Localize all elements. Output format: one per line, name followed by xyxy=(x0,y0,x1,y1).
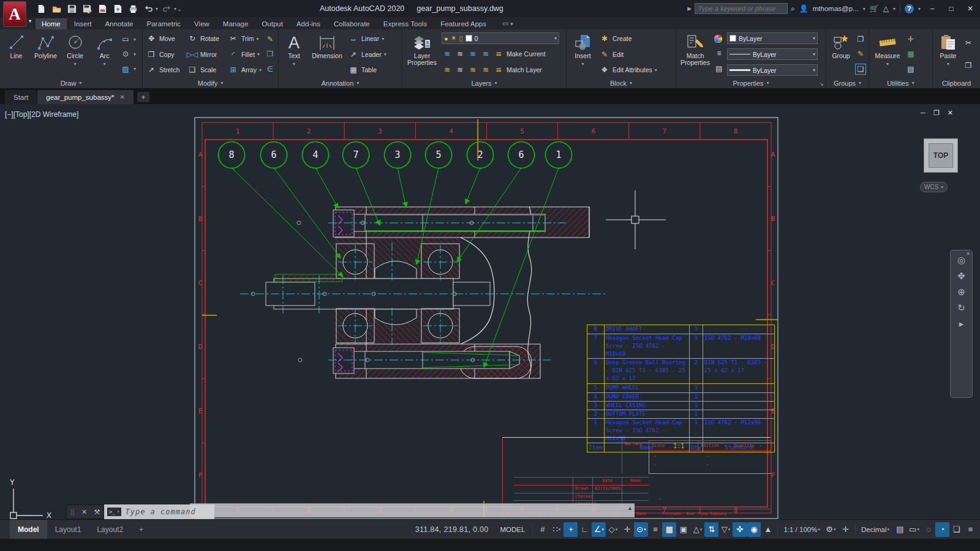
layout-tab-layout2[interactable]: Layout2 xyxy=(89,520,131,539)
edit-attributes-button[interactable]: ❖Edit Attributes▾ xyxy=(599,64,670,76)
mirror-button[interactable]: ▷◁Mirror xyxy=(187,48,225,61)
redo-button[interactable] xyxy=(160,2,173,15)
quick-select-icon[interactable]: ✛ xyxy=(905,34,916,45)
redo-button-caret-icon[interactable]: ▾ xyxy=(174,6,176,12)
paste-button[interactable]: Paste▾ xyxy=(935,31,962,78)
undo-button-caret-icon[interactable]: ▾ xyxy=(156,6,158,12)
search-input[interactable] xyxy=(695,3,788,14)
3d-object-snap-toggle[interactable]: △▾ xyxy=(690,522,704,537)
ribbon-tab-home[interactable]: Home xyxy=(36,18,67,29)
ribbon-tab-add-ins[interactable]: Add-ins xyxy=(290,18,326,29)
units-button[interactable]: Decimal▾ xyxy=(858,522,892,537)
panel-label-modify[interactable]: Modify▾ xyxy=(143,78,278,88)
text-button[interactable]: A Text▾ xyxy=(281,31,307,78)
selection-cycling-toggle[interactable]: ▣ xyxy=(676,522,690,537)
quick-calculator-icon[interactable]: ▦ xyxy=(905,48,916,59)
scrollbar-arrow-icon[interactable]: ▲ xyxy=(627,505,633,511)
navbar-close-icon[interactable]: ✕ xyxy=(966,251,970,257)
polyline-button[interactable]: Polyline xyxy=(31,31,60,78)
layer-lock-toggle-icon[interactable]: ≋ xyxy=(480,48,491,59)
ribbon-tab-view[interactable]: View xyxy=(188,18,216,29)
command-input-area[interactable]: >_▾ Type a command xyxy=(104,504,214,519)
wcs-menu[interactable]: WCS▾ xyxy=(920,182,948,192)
ribbon-tab-featured-apps[interactable]: Featured Apps xyxy=(434,18,492,29)
isometric-drafting-toggle[interactable]: ◇▾ xyxy=(606,522,620,537)
layout-tab-layout1[interactable]: Layout1 xyxy=(47,520,89,539)
trim-button[interactable]: ✂Trim▾ xyxy=(228,32,262,45)
horizontal-scrollbar[interactable]: ▲ xyxy=(190,503,635,517)
leader-button[interactable]: ↗Leader▾ xyxy=(348,48,393,61)
snap-mode-toggle[interactable]: ∷▾ xyxy=(549,522,564,537)
layer-off-icon[interactable]: ≋ xyxy=(442,48,453,59)
application-menu-button[interactable]: A xyxy=(3,1,26,27)
arc-button[interactable]: Arc ▾ xyxy=(90,31,119,78)
copy-clip-icon[interactable]: ❐ xyxy=(963,60,974,71)
offset-button[interactable]: ∈ xyxy=(265,63,276,75)
panel-label-utilities[interactable]: Utilities▾ xyxy=(869,78,932,88)
undo-button[interactable] xyxy=(141,2,155,15)
annotation-scale-button[interactable]: 1:1 / 100%▾ xyxy=(780,522,823,537)
publish-button[interactable] xyxy=(111,2,124,15)
autodesk-account-icon[interactable]: △ xyxy=(883,4,889,13)
zoom-icon[interactable]: ⊕ xyxy=(957,287,965,296)
panel-label-properties[interactable]: Properties▾ ↘ xyxy=(676,78,826,88)
lineweight-toggle[interactable]: ≡ xyxy=(648,522,662,537)
edit-block-button[interactable]: ✎Edit xyxy=(599,48,670,61)
ribbon-display-toggle[interactable]: ▭▾ xyxy=(499,18,517,29)
pan-icon[interactable]: ✥ xyxy=(957,271,965,280)
clean-screen-toggle[interactable]: ❏ xyxy=(949,522,963,537)
arc-caret-icon[interactable]: ▾ xyxy=(103,61,105,67)
layer-unisolate-icon[interactable]: ≋ xyxy=(454,64,466,75)
object-snap-toggle[interactable]: ⊙▾ xyxy=(634,522,648,537)
user-menu-caret-icon[interactable]: ▾ xyxy=(863,6,865,12)
model-space-button[interactable]: MODEL xyxy=(496,526,530,533)
group-button[interactable]: Group xyxy=(828,31,854,78)
dynamic-ucs-toggle[interactable]: ⇅ xyxy=(704,522,718,537)
quick-properties-toggle[interactable]: ▤ xyxy=(893,522,907,537)
help-caret-icon[interactable]: ▾ xyxy=(918,6,921,12)
make-current-button[interactable]: ≌ Make Current xyxy=(493,48,546,60)
dimension-button[interactable]: Dimension xyxy=(308,31,346,78)
ribbon-tab-express-tools[interactable]: Express Tools xyxy=(377,18,433,29)
new-drawing-tab-button[interactable]: + xyxy=(137,92,149,102)
ungroup-icon[interactable]: ❐ xyxy=(855,34,866,45)
layer-on2-icon[interactable]: ≋ xyxy=(442,64,453,75)
group-edit-icon[interactable]: ✎ xyxy=(855,48,866,59)
ellipse-button[interactable]: ⊙▾ xyxy=(120,48,136,60)
measure-button[interactable]: Measure▾ xyxy=(871,31,904,78)
object-color-combo[interactable]: ByLayer ▾ xyxy=(727,32,818,44)
annotation-monitor-button[interactable]: ✛ xyxy=(839,522,853,537)
ortho-mode-toggle[interactable]: ∟ xyxy=(578,522,592,537)
panel-label-draw[interactable]: Draw▾ xyxy=(0,78,142,88)
ribbon-tab-annotate[interactable]: Annotate xyxy=(99,18,139,29)
explode-button[interactable]: ❒ xyxy=(265,48,276,60)
panel-label-clipboard[interactable]: Clipboard xyxy=(933,78,980,88)
array-button[interactable]: ⊞Array▾ xyxy=(228,64,262,76)
layer-unlock-icon[interactable]: ≋ xyxy=(480,64,491,75)
layer-thaw-icon[interactable]: ≋ xyxy=(467,64,478,75)
rectangle-button[interactable]: ▭▾ xyxy=(120,33,136,45)
panel-label-annotation[interactable]: Annotation▾ xyxy=(279,78,402,88)
group-selection-toggle-icon[interactable]: ❏ xyxy=(855,64,866,75)
annotation-visibility-toggle[interactable]: ◉ xyxy=(747,522,761,537)
open-file-button[interactable] xyxy=(50,2,63,15)
move-button[interactable]: ✥Move xyxy=(146,32,184,45)
circle-button[interactable]: Circle ▾ xyxy=(61,31,89,78)
rotate-button[interactable]: ↻Rotate xyxy=(187,32,225,45)
new-layout-button[interactable]: + xyxy=(131,520,151,539)
graphics-performance-toggle[interactable]: ◔ xyxy=(935,522,949,537)
create-block-button[interactable]: ✱Create xyxy=(599,32,670,45)
layer-isolate-icon[interactable]: ≋ xyxy=(454,48,466,59)
file-tab-close-icon[interactable]: ✕ xyxy=(120,94,125,100)
new-file-button[interactable] xyxy=(34,2,48,15)
ribbon-tab-collaborate[interactable]: Collaborate xyxy=(328,18,376,29)
selection-filtering-toggle[interactable]: ▽▾ xyxy=(718,522,733,537)
orbit-icon[interactable]: ↻ xyxy=(957,303,965,312)
autoscale-toggle[interactable]: ▲ xyxy=(761,522,775,537)
minimize-button[interactable]: – xyxy=(925,4,940,13)
fillet-button[interactable]: ◜Fillet▾ xyxy=(228,48,262,61)
plot-button[interactable] xyxy=(126,2,140,15)
search-expand-icon[interactable]: ▶ xyxy=(687,6,692,12)
viewport-restore-icon[interactable]: ❐ xyxy=(933,109,940,117)
grid-display-toggle[interactable]: # xyxy=(535,522,549,537)
